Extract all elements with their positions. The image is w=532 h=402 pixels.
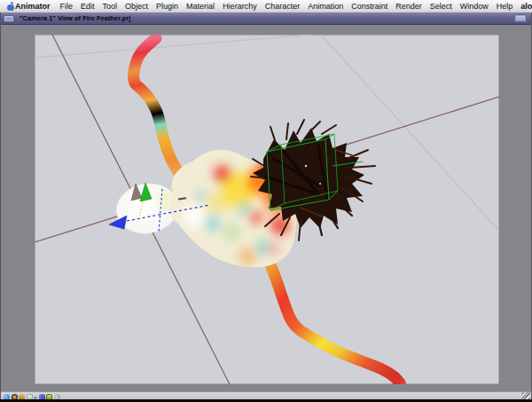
screen: Animator File Edit Tool Object Plugin Ma… <box>0 0 532 402</box>
menu-hierarchy[interactable]: Hierarchy <box>223 2 257 11</box>
menu-select[interactable]: Select <box>430 2 452 11</box>
model-leg[interactable] <box>271 267 407 384</box>
menu-plugin[interactable]: Plugin <box>156 2 178 11</box>
window-title-bar[interactable]: "Camera 1" View of Fire Feather.prj <box>1 12 531 25</box>
menu-file[interactable]: File <box>60 2 74 11</box>
windowshade-icon[interactable] <box>514 14 527 22</box>
window-icon[interactable] <box>4 15 14 22</box>
menu-animator[interactable]: Animator <box>15 2 51 11</box>
menu-animation[interactable]: Animation <box>308 2 343 11</box>
model-arm[interactable] <box>133 38 181 176</box>
menu-render[interactable]: Render <box>395 2 422 11</box>
menu-user[interactable]: alonzovo <box>520 2 532 11</box>
grid-line-horizontal <box>35 35 311 58</box>
menu-tool[interactable]: Tool <box>103 2 118 11</box>
menu-window[interactable]: Window <box>460 2 489 11</box>
menu-object[interactable]: Object <box>125 2 148 11</box>
menu-material[interactable]: Material <box>186 2 215 11</box>
window-title: "Camera 1" View of Fire Feather.prj <box>20 14 130 22</box>
menu-character[interactable]: Character <box>265 2 301 11</box>
scene-3d <box>35 35 499 384</box>
menu-help[interactable]: Help <box>497 2 513 11</box>
menu-edit[interactable]: Edit <box>81 2 95 11</box>
menu-bar: Animator File Edit Tool Object Plugin Ma… <box>0 0 532 13</box>
app-window: "Camera 1" View of Fire Feather.prj <box>0 12 532 399</box>
camera-viewport[interactable] <box>35 35 499 384</box>
menu-constraint[interactable]: Constraint <box>351 2 387 11</box>
viewport-frame <box>1 25 531 391</box>
